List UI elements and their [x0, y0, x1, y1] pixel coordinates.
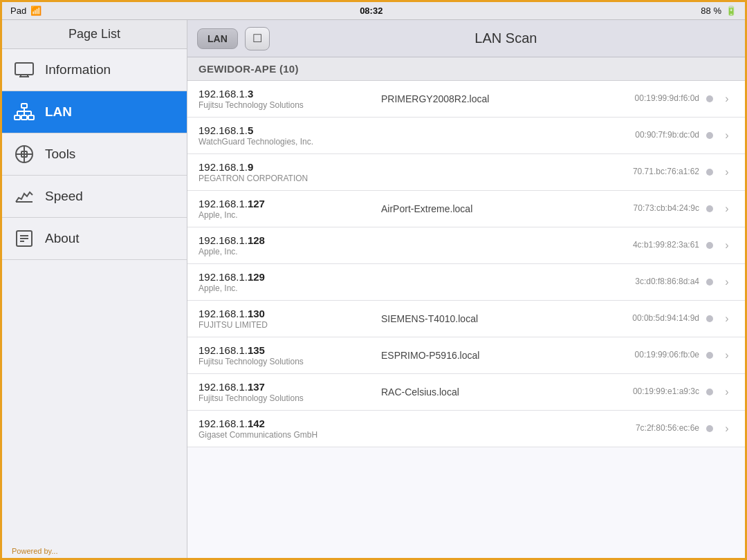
- device-row[interactable]: 192.168.1.5WatchGuard Technologies, Inc.…: [187, 118, 745, 154]
- device-row[interactable]: 192.168.1.130FUJITSU LIMITEDSIEMENS-T401…: [187, 301, 745, 337]
- chevron-right-icon: ›: [720, 239, 734, 252]
- device-hostname: RAC-Celsius.local: [381, 386, 561, 398]
- lan-icon: [13, 101, 35, 123]
- battery-level: 88 %: [701, 6, 721, 16]
- device-status-dot: [706, 205, 713, 212]
- speed-icon: [13, 185, 35, 207]
- svg-rect-6: [21, 115, 27, 120]
- device-mac: 70:73:cb:b4:24:9c: [568, 203, 699, 214]
- device-info: 192.168.1.135Fujitsu Technology Solution…: [199, 344, 374, 366]
- device-row[interactable]: 192.168.1.9PEGATRON CORPORATION70.71.bc:…: [187, 154, 745, 191]
- device-ip: 192.168.1.9: [199, 161, 374, 173]
- device-mac: 7c:2f:80:56:ec:6e: [568, 423, 699, 434]
- device-status-dot: [706, 315, 713, 322]
- chevron-right-icon: ›: [720, 166, 734, 178]
- device-ip: 192.168.1.5: [199, 124, 374, 136]
- battery-icon: 🔋: [726, 6, 737, 16]
- sidebar: Page List Information: [2, 20, 187, 560]
- chevron-right-icon: ›: [720, 422, 734, 435]
- sidebar-label-speed: Speed: [45, 189, 83, 204]
- device-hostname: AirPort-Extreme.local: [381, 203, 561, 214]
- chevron-right-icon: ›: [720, 386, 734, 398]
- device-mac: 00:19:99:9d:f6:0d: [568, 93, 699, 104]
- device-name: Pad: [10, 6, 26, 16]
- device-ip: 192.168.1.129: [199, 271, 374, 283]
- sidebar-label-about: About: [45, 231, 80, 246]
- device-row[interactable]: 192.168.1.127Apple, Inc.AirPort-Extreme.…: [187, 191, 745, 227]
- device-vendor: Gigaset Communications GmbH: [199, 430, 374, 440]
- wifi-icon: 📶: [30, 6, 42, 16]
- device-status-dot: [706, 279, 713, 286]
- device-ip: 192.168.1.130: [199, 308, 374, 319]
- device-info: 192.168.1.137Fujitsu Technology Solution…: [199, 381, 374, 403]
- sidebar-title: Page List: [2, 20, 187, 49]
- sidebar-label-tools: Tools: [45, 147, 75, 162]
- sidebar-item-lan[interactable]: LAN: [2, 91, 187, 133]
- device-info: 192.168.1.9PEGATRON CORPORATION: [199, 161, 374, 183]
- device-hostname: SIEMENS-T4010.local: [381, 313, 561, 324]
- device-info: 192.168.1.129Apple, Inc.: [199, 271, 374, 293]
- device-row[interactable]: 192.168.1.128Apple, Inc.4c:b1:99:82:3a:6…: [187, 227, 745, 264]
- device-vendor: PEGATRON CORPORATION: [199, 174, 374, 183]
- sidebar-item-information[interactable]: Information: [2, 49, 187, 91]
- content-panel: LAN ☐ LAN Scan GEWIDOR-APE (10) 192.168.…: [187, 20, 745, 560]
- device-mac: 3c:d0:f8:86:8d:a4: [568, 277, 699, 288]
- device-vendor: FUJITSU LIMITED: [199, 320, 374, 330]
- device-info: 192.168.1.142Gigaset Communications GmbH: [199, 418, 374, 440]
- svg-rect-0: [15, 63, 33, 75]
- svg-rect-5: [15, 115, 20, 120]
- device-status-dot: [706, 352, 713, 359]
- chevron-right-icon: ›: [720, 93, 734, 105]
- status-left: Pad 📶: [10, 6, 42, 16]
- device-row[interactable]: 192.168.1.3Fujitsu Technology SolutionsP…: [187, 81, 745, 118]
- device-row[interactable]: 192.168.1.129Apple, Inc.3c:d0:f8:86:8d:a…: [187, 264, 745, 301]
- monitor-icon: [13, 59, 35, 81]
- chevron-right-icon: ›: [720, 203, 734, 215]
- device-mac: 70.71.bc:76:a1:62: [568, 167, 699, 178]
- device-vendor: Apple, Inc.: [199, 247, 374, 256]
- device-ip: 192.168.1.3: [199, 88, 374, 100]
- svg-rect-7: [28, 115, 34, 120]
- device-info: 192.168.1.128Apple, Inc.: [199, 234, 374, 256]
- device-ip: 192.168.1.137: [199, 381, 374, 393]
- device-vendor: Fujitsu Technology Solutions: [199, 393, 374, 403]
- group-header: GEWIDOR-APE (10): [187, 57, 745, 81]
- edit-button[interactable]: ☐: [245, 27, 270, 50]
- status-right: 88 % 🔋: [701, 6, 737, 16]
- device-mac: 00:19:99:e1:a9:3c: [568, 386, 699, 398]
- status-time: 08:32: [360, 6, 382, 16]
- chevron-right-icon: ›: [720, 276, 734, 288]
- device-vendor: Apple, Inc.: [199, 210, 374, 220]
- device-row[interactable]: 192.168.1.135Fujitsu Technology Solution…: [187, 337, 745, 374]
- status-bar: Pad 📶 08:32 88 % 🔋: [2, 2, 745, 20]
- device-ip: 192.168.1.142: [199, 418, 374, 429]
- device-ip: 192.168.1.135: [199, 344, 374, 356]
- device-row[interactable]: 192.168.1.137Fujitsu Technology Solution…: [187, 374, 745, 411]
- device-mac: 00:90:7f:9b:dc:0d: [568, 130, 699, 141]
- lan-button[interactable]: LAN: [197, 28, 238, 49]
- device-status-dot: [706, 169, 713, 176]
- sidebar-item-about[interactable]: About: [2, 218, 187, 260]
- device-vendor: Apple, Inc.: [199, 283, 374, 293]
- sidebar-item-tools[interactable]: Tools: [2, 133, 187, 176]
- sidebar-label-lan: LAN: [45, 104, 72, 120]
- device-row[interactable]: 192.168.1.142Gigaset Communications GmbH…: [187, 411, 745, 447]
- device-vendor: Fujitsu Technology Solutions: [199, 357, 374, 366]
- tools-icon: [13, 143, 35, 165]
- device-info: 192.168.1.3Fujitsu Technology Solutions: [199, 88, 374, 110]
- device-vendor: WatchGuard Technologies, Inc.: [199, 137, 374, 147]
- content-header: LAN ☐ LAN Scan: [187, 20, 745, 57]
- device-mac: 00:0b:5d:94:14:9d: [568, 313, 699, 324]
- device-hostname: ESPRIMO-P5916.local: [381, 350, 561, 361]
- sidebar-item-speed[interactable]: Speed: [2, 176, 187, 218]
- sidebar-label-information: Information: [45, 62, 111, 77]
- device-vendor: Fujitsu Technology Solutions: [199, 100, 374, 110]
- device-mac: 4c:b1:99:82:3a:61: [568, 240, 699, 251]
- about-icon: [13, 227, 35, 250]
- device-info: 192.168.1.130FUJITSU LIMITED: [199, 308, 374, 330]
- device-status-dot: [706, 132, 713, 139]
- device-hostname: PRIMERGY2008R2.local: [381, 93, 561, 104]
- device-mac: 00:19:99:06:fb:0e: [568, 350, 699, 361]
- device-list: 192.168.1.3Fujitsu Technology SolutionsP…: [187, 81, 745, 560]
- chevron-right-icon: ›: [720, 312, 734, 325]
